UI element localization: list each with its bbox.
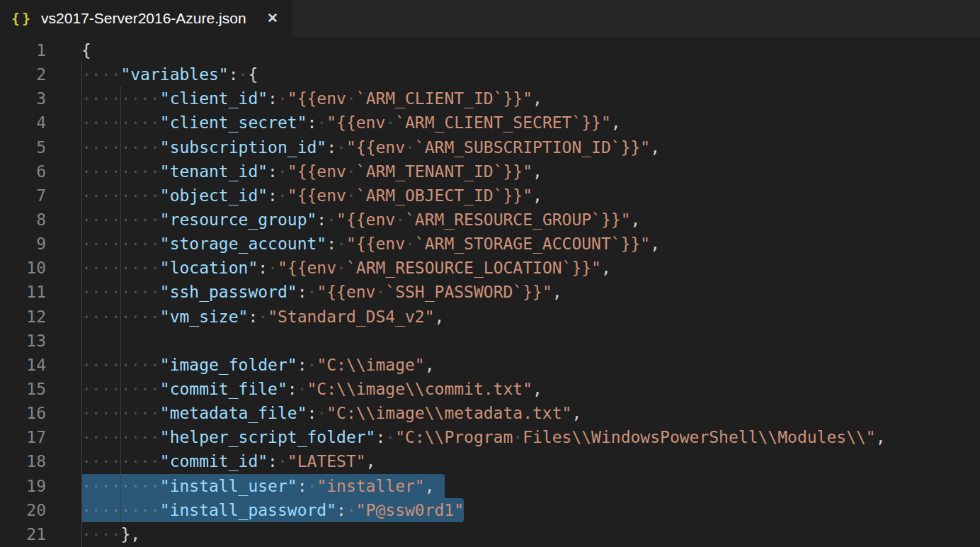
code-line[interactable]: 10········"location":·"{{env·`ARM_RESOUR… <box>0 256 980 280</box>
code-line[interactable]: 20········"install_password":·"P@ssw0rd1… <box>0 498 980 522</box>
tab-bar: {} vs2017-Server2016-Azure.json ✕ <box>0 0 980 37</box>
code-line[interactable]: 13 <box>0 329 980 353</box>
code-line-text: ········"location":·"{{env·`ARM_RESOURCE… <box>81 256 611 280</box>
whitespace-dots: · <box>513 428 523 446</box>
whitespace-dots: · <box>326 210 336 229</box>
line-number[interactable]: 16 <box>0 401 46 425</box>
line-number[interactable]: 20 <box>0 498 46 522</box>
whitespace-dots: · <box>346 501 356 519</box>
code-line-text: ········"install_password":·"P@ssw0rd1" <box>81 498 464 522</box>
code-line-text: ········"install_user":·"installer", <box>81 474 445 498</box>
whitespace-dots: · <box>385 428 395 446</box>
whitespace-dots: · <box>239 65 249 84</box>
json-file-icon: {} <box>11 10 33 27</box>
line-number[interactable]: 18 <box>0 449 46 473</box>
whitespace-dots: · <box>375 283 385 301</box>
code-line-text: ········"resource_group":·"{{env·`ARM_RE… <box>81 208 640 232</box>
whitespace-dots: · <box>346 186 356 205</box>
whitespace-dots: · <box>278 162 287 181</box>
line-number[interactable]: 8 <box>0 208 46 232</box>
line-number[interactable]: 13 <box>0 329 46 353</box>
indent-guide-level-1 <box>81 62 82 547</box>
editor[interactable]: 1{2····"variables":·{3········"client_id… <box>0 37 980 547</box>
line-number[interactable]: 19 <box>0 474 46 498</box>
code-line[interactable]: 11········"ssh_password":·"{{env·`SSH_PA… <box>0 280 980 304</box>
code-line-text: { <box>81 38 91 62</box>
line-number[interactable]: 10 <box>0 256 46 280</box>
code-line-text: ····"variables":·{ <box>81 62 258 86</box>
line-number[interactable]: 11 <box>0 280 46 304</box>
code-line[interactable]: 12········"vm_size":·"Standard_DS4_v2", <box>0 305 980 329</box>
code-line[interactable]: 18········"commit_id":·"LATEST", <box>0 449 980 473</box>
code-line-text: ········"image_folder":·"C:\\image", <box>81 353 435 377</box>
line-number[interactable]: 2 <box>0 62 46 86</box>
code-line-text: ········"commit_id":·"LATEST", <box>81 449 375 473</box>
line-number[interactable]: 21 <box>0 522 46 546</box>
tab-filename: vs2017-Server2016-Azure.json <box>41 10 258 27</box>
code-area: 1{2····"variables":·{3········"client_id… <box>0 38 980 546</box>
whitespace-dots: · <box>346 89 356 108</box>
code-line[interactable]: 7········"object_id":·"{{env·`ARM_OBJECT… <box>0 184 980 208</box>
code-line-text: ········"tenant_id":·"{{env·`ARM_TENANT_… <box>81 159 542 184</box>
line-number[interactable]: 5 <box>0 135 46 159</box>
code-line[interactable]: 8········"resource_group":·"{{env·`ARM_R… <box>0 208 980 232</box>
code-line[interactable]: 2····"variables":·{ <box>0 62 980 86</box>
code-line[interactable]: 5········"subscription_id":·"{{env·`ARM_… <box>0 135 980 159</box>
whitespace-dots: · <box>307 477 317 495</box>
whitespace-dots: · <box>278 186 287 205</box>
code-line[interactable]: 15········"commit_file":·"C:\\image\\com… <box>0 377 980 401</box>
whitespace-dots: · <box>385 113 395 132</box>
code-line-text: ········"vm_size":·"Standard_DS4_v2", <box>81 305 444 329</box>
whitespace-dots: · <box>307 356 317 374</box>
code-line-text: ········"metadata_file":·"C:\\image\\met… <box>81 401 581 425</box>
code-line-text: ········"helper_script_folder":·"C:\\Pro… <box>81 425 886 449</box>
code-line-text: ········"subscription_id":·"{{env·`ARM_S… <box>81 135 660 159</box>
code-line-text: ········"client_secret":·"{{env·`ARM_CLI… <box>81 111 621 135</box>
line-number[interactable]: 14 <box>0 353 46 377</box>
code-line-text: ········"storage_account":·"{{env·`ARM_S… <box>81 232 660 256</box>
whitespace-dots: · <box>307 283 317 301</box>
code-line[interactable]: 19········"install_user":·"installer", <box>0 474 980 498</box>
line-number[interactable]: 15 <box>0 377 46 401</box>
code-line[interactable]: 6········"tenant_id":·"{{env·`ARM_TENANT… <box>0 159 980 184</box>
whitespace-dots: · <box>317 404 326 422</box>
whitespace-dots: · <box>268 259 278 277</box>
code-line-text: ········"commit_file":·"C:\\image\\commi… <box>81 377 542 401</box>
code-line[interactable]: 4········"client_secret":·"{{env·`ARM_CL… <box>0 111 980 135</box>
code-line-text: ········"client_id":·"{{env·`ARM_CLIENT_… <box>81 86 542 111</box>
line-number[interactable]: 12 <box>0 305 46 329</box>
whitespace-dots: · <box>258 308 268 326</box>
code-line[interactable]: 16········"metadata_file":·"C:\\image\\m… <box>0 401 980 425</box>
code-line-text: ········"object_id":·"{{env·`ARM_OBJECT_… <box>81 184 542 208</box>
indent-guide-level-2 <box>120 86 121 522</box>
whitespace-dots: · <box>336 235 346 253</box>
whitespace-dots: · <box>395 210 405 229</box>
line-number[interactable]: 7 <box>0 184 46 208</box>
whitespace-dots: · <box>336 138 346 157</box>
whitespace-dots: · <box>405 138 415 157</box>
line-number[interactable]: 3 <box>0 86 46 111</box>
whitespace-dots: · <box>317 113 326 132</box>
whitespace-dots: · <box>336 259 346 277</box>
code-line[interactable]: 3········"client_id":·"{{env·`ARM_CLIENT… <box>0 86 980 111</box>
whitespace-dots: ···· <box>81 525 120 543</box>
line-number[interactable]: 17 <box>0 425 46 449</box>
whitespace-dots: · <box>278 89 287 108</box>
code-line[interactable]: 21····}, <box>0 522 980 546</box>
whitespace-dots: ···· <box>81 65 120 84</box>
line-number[interactable]: 4 <box>0 111 46 135</box>
code-line[interactable]: 17········"helper_script_folder":·"C:\\P… <box>0 425 980 449</box>
whitespace-dots: · <box>278 452 287 470</box>
line-number[interactable]: 6 <box>0 159 46 184</box>
tab-close-icon[interactable]: ✕ <box>263 9 283 28</box>
line-number[interactable]: 9 <box>0 232 46 256</box>
code-line-text: ········"ssh_password":·"{{env·`SSH_PASS… <box>81 280 562 304</box>
whitespace-dots: · <box>297 380 307 398</box>
code-line-text: ····}, <box>81 522 140 546</box>
tab-vs2017-server2016-azure-json[interactable]: {} vs2017-Server2016-Azure.json ✕ <box>0 0 292 37</box>
code-line[interactable]: 9········"storage_account":·"{{env·`ARM_… <box>0 232 980 256</box>
code-line[interactable]: 1{ <box>0 38 980 62</box>
line-number[interactable]: 1 <box>0 38 46 62</box>
code-line[interactable]: 14········"image_folder":·"C:\\image", <box>0 353 980 377</box>
whitespace-dots: · <box>346 162 356 181</box>
